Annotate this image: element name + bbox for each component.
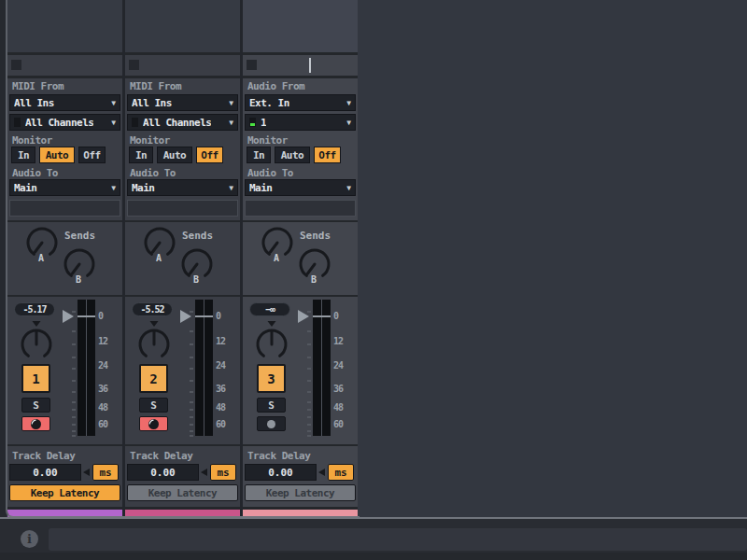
chevron-down-icon: ▼ xyxy=(111,119,116,127)
meter-tick xyxy=(72,409,76,411)
output-channel-box[interactable] xyxy=(245,200,356,217)
meter-tick xyxy=(72,416,76,418)
keep-latency-button[interactable]: Keep Latency xyxy=(127,484,238,501)
meter-tick xyxy=(190,380,193,382)
info-icon[interactable]: i xyxy=(21,530,38,548)
track-activator-button[interactable]: 3 xyxy=(257,364,286,393)
clip-stop-button[interactable] xyxy=(247,60,257,70)
solo-button[interactable]: S xyxy=(139,398,168,413)
track-delay-value[interactable]: 0.00 xyxy=(127,464,199,481)
meter-scale-label: 12 xyxy=(216,336,225,346)
meter-tick xyxy=(190,330,193,332)
monitor-in-button[interactable]: In xyxy=(129,147,153,163)
keep-latency-button[interactable]: Keep Latency xyxy=(245,484,356,501)
meter-tick xyxy=(72,435,76,437)
meter-tick xyxy=(190,416,193,418)
track-delay-value[interactable]: 0.00 xyxy=(9,464,81,481)
sends-label: Sends xyxy=(64,230,95,242)
track-delay-value[interactable]: 0.00 xyxy=(245,464,317,481)
sends-section: Sends A B xyxy=(125,222,240,295)
clip-stop-button[interactable] xyxy=(11,60,21,70)
volume-position-line xyxy=(313,315,331,317)
meter-tick xyxy=(307,401,311,403)
keep-latency-button[interactable]: Keep Latency xyxy=(9,484,120,501)
monitor-off-button[interactable]: Off xyxy=(78,147,106,163)
monitor-auto-button[interactable]: Auto xyxy=(275,147,310,163)
meter-tick xyxy=(190,343,193,345)
input-device-dropdown[interactable]: All Ins ▼ xyxy=(9,94,120,111)
arm-button[interactable] xyxy=(257,416,286,431)
monitor-in-button[interactable]: In xyxy=(247,147,271,163)
monitor-off-button[interactable]: Off xyxy=(196,147,223,163)
track-strip: MIDI From All Ins ▼ All Channels ▼ Monit… xyxy=(125,0,240,517)
arm-button[interactable] xyxy=(21,416,50,431)
delay-unit-button[interactable]: ms xyxy=(92,464,119,481)
level-meter[interactable] xyxy=(78,300,95,436)
monitor-off-button[interactable]: Off xyxy=(314,147,341,163)
clip-stop-button[interactable] xyxy=(129,60,139,70)
meter-scale-label: 12 xyxy=(98,336,107,346)
output-device-dropdown[interactable]: Main ▼ xyxy=(9,179,120,196)
pan-knob[interactable] xyxy=(18,320,55,361)
monitor-in-button[interactable]: In xyxy=(11,147,35,163)
chevron-down-icon: ▼ xyxy=(229,99,233,107)
monitor-auto-button[interactable]: Auto xyxy=(157,147,192,163)
meter-scale-label: 60 xyxy=(216,419,225,429)
arm-button[interactable] xyxy=(139,416,168,431)
track-delay-label: Track Delay xyxy=(12,450,75,462)
meter-tick xyxy=(307,357,311,358)
delay-decrement-arrow-icon[interactable] xyxy=(83,469,90,476)
chevron-down-icon: ▼ xyxy=(111,99,116,107)
meter-scale-label: 60 xyxy=(98,419,107,429)
meter-scale-label: 12 xyxy=(333,336,343,346)
level-meter[interactable] xyxy=(313,300,331,436)
track-delay-section: Track Delay 0.00 ms Keep Latency xyxy=(243,446,358,507)
meter-tick xyxy=(307,343,311,345)
solo-button[interactable]: S xyxy=(21,398,50,413)
meter-tick xyxy=(190,409,193,411)
meter-tick xyxy=(307,409,311,411)
delay-decrement-arrow-icon[interactable] xyxy=(318,469,325,476)
track-activator-button[interactable]: 2 xyxy=(139,364,168,393)
input-channel-meter xyxy=(132,118,138,127)
track-activator-button[interactable]: 1 xyxy=(21,364,50,393)
meter-tick xyxy=(72,368,76,370)
mixer-section: -5.52 2 S 01224364860 xyxy=(125,297,240,444)
delay-decrement-arrow-icon[interactable] xyxy=(201,469,207,476)
monitor-label: Monitor xyxy=(12,134,52,147)
output-device-dropdown[interactable]: Main ▼ xyxy=(127,179,238,196)
clip-slot[interactable] xyxy=(243,0,358,52)
horizontal-splitter[interactable] xyxy=(0,517,747,519)
input-channel-dropdown[interactable]: All Channels ▼ xyxy=(127,114,238,131)
peak-level-display[interactable]: -5.17 xyxy=(14,302,55,316)
meter-tick xyxy=(307,416,311,418)
input-device-dropdown[interactable]: Ext. In ▼ xyxy=(245,94,356,111)
input-from-label: MIDI From xyxy=(130,80,181,92)
peak-level-display[interactable]: −∞ xyxy=(249,302,290,316)
delay-unit-button[interactable]: ms xyxy=(328,464,354,481)
meter-tick xyxy=(190,424,193,426)
meter-scale-label: 48 xyxy=(98,402,107,413)
input-device-dropdown[interactable]: All Ins ▼ xyxy=(127,94,238,111)
volume-position-line xyxy=(78,315,95,317)
audio-to-label: Audio To xyxy=(130,167,176,179)
output-device-dropdown[interactable]: Main ▼ xyxy=(245,179,356,196)
pan-knob[interactable] xyxy=(253,320,290,361)
delay-unit-button[interactable]: ms xyxy=(210,464,236,481)
output-channel-box[interactable] xyxy=(9,200,120,217)
output-channel-box[interactable] xyxy=(127,200,238,217)
input-channel-value: All Channels xyxy=(25,117,93,129)
clip-slot[interactable] xyxy=(7,0,122,52)
pan-knob[interactable] xyxy=(135,320,173,361)
meter-scale-label: 24 xyxy=(216,360,225,371)
level-meter[interactable] xyxy=(195,300,213,436)
input-channel-dropdown[interactable]: 1 ▼ xyxy=(245,114,356,131)
solo-button[interactable]: S xyxy=(257,398,286,413)
clip-slot[interactable] xyxy=(125,0,240,52)
peak-level-display[interactable]: -5.52 xyxy=(132,302,173,316)
input-device-value: Ext. In xyxy=(249,97,289,109)
chevron-down-icon: ▼ xyxy=(111,184,116,192)
input-channel-dropdown[interactable]: All Channels ▼ xyxy=(9,114,120,131)
meter-tick xyxy=(72,357,76,358)
monitor-auto-button[interactable]: Auto xyxy=(39,147,75,163)
